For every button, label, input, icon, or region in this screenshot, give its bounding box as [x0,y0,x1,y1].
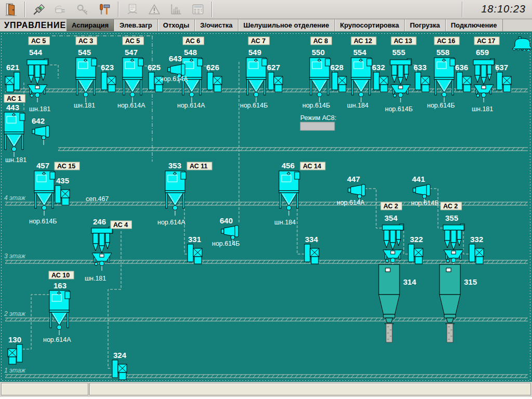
cyclone-163[interactable] [49,290,70,335]
tab-6[interactable]: Крупосортировка [335,19,405,31]
report-hand-icon-button[interactable] [122,1,143,18]
fan-334[interactable] [304,244,319,264]
ac-label-АС3-1[interactable]: АС 3 [76,37,97,45]
ac-label-АС6-3[interactable]: АС 6 [183,37,204,45]
cyclone-549[interactable] [246,58,267,102]
device-number-544: 544 [29,48,43,57]
floor-label-1: 4 этаж [4,194,25,202]
device-sublabel-659: шн.181 [472,105,493,113]
tools-icon-button[interactable] [94,1,115,18]
fan-324[interactable] [112,360,127,380]
battery-cyclone-354[interactable] [382,224,404,268]
cyclone-545[interactable] [76,58,97,102]
fan-626[interactable] [207,72,222,92]
battery-cyclone-659[interactable] [473,59,495,102]
cyclone-547[interactable] [123,58,143,102]
device-number-636: 636 [455,63,468,72]
svg-text:АС 2: АС 2 [383,203,398,210]
ac-label-АС12-6[interactable]: АС 12 [351,37,376,45]
warning-icon-button[interactable] [143,1,165,18]
battery-cyclone-246[interactable] [91,227,113,271]
tab-4[interactable]: З/очистка [195,19,238,31]
tab-1[interactable]: Аспирация [66,19,114,31]
device-number-626: 626 [206,63,219,72]
device-number-550: 550 [312,48,325,57]
battery-cyclone-544[interactable] [27,59,48,102]
ac-label-АС11-12[interactable]: АС 11 [187,162,212,170]
svg-text:АС 3: АС 3 [78,37,93,45]
device-number-642: 642 [32,116,45,125]
fan-621[interactable] [5,72,20,92]
cable-icon-button[interactable] [28,1,50,18]
tank-314[interactable] [379,264,400,342]
cyclone-353[interactable] [165,171,186,216]
ac-label-АС2-14[interactable]: АС 2 [381,202,402,210]
fan-331[interactable] [188,244,202,264]
device-sublabel-441: нор.614Б [411,200,438,207]
device-number-353: 353 [168,161,181,170]
floor-line-6 [5,375,528,378]
fan-623[interactable] [101,72,116,92]
calculator-icon-button[interactable] [187,1,209,18]
fan-636[interactable] [457,72,471,92]
device-number-632: 632 [372,63,385,72]
svg-text:АС 6: АС 6 [185,37,200,45]
cyclone-550[interactable] [310,58,330,102]
exit-door-icon-button[interactable] [0,1,22,18]
ac-label-АС2-15[interactable]: АС 2 [441,202,461,210]
tab-8[interactable]: Подключение [446,19,503,31]
ac-label-АС10-17[interactable]: АС 10 [49,271,74,279]
connector-icon-button[interactable] [50,1,72,18]
device-sublabel-554: шн.184 [347,102,368,109]
tab-3[interactable]: Отходы [158,19,195,31]
svg-text:АС 16: АС 16 [437,37,455,45]
fan-130[interactable] [8,344,22,364]
ac-label-АС13-7[interactable]: АС 13 [391,37,416,45]
ac-label-АС4-16[interactable]: АС 4 [111,221,131,229]
device-number-548: 548 [184,48,197,57]
device-number-447: 447 [347,175,360,183]
device-sublabel-549: нор.614Б [240,102,268,109]
fan-632[interactable] [374,72,388,92]
cyclone-554[interactable] [351,58,372,102]
ac-label-АС7-4[interactable]: АС 7 [248,37,269,45]
clock: 18:10:23 [466,3,532,16]
fan-322[interactable] [408,244,423,264]
ac-label-АС5-0[interactable]: АС 5 [29,37,49,45]
alarm-bell-icon[interactable] [512,37,532,51]
tab-5[interactable]: Шелушильное отделение [238,19,335,31]
device-number-628: 628 [330,63,343,72]
fan-332[interactable] [469,244,484,264]
ac-label-АС5-2[interactable]: АС 5 [123,37,143,45]
ac-label-АС1-10[interactable]: АС 1 [4,95,25,102]
cone-separator-642[interactable] [32,126,49,145]
tab-7[interactable]: Погрузка [405,19,446,31]
rezhim-ac8-input[interactable] [300,122,335,130]
fan-435[interactable] [55,185,70,205]
cyclone-457[interactable] [34,171,55,216]
battery-cyclone-555[interactable] [390,59,411,102]
fan-637[interactable] [497,72,511,92]
floor-label-3: 2 этаж [4,310,25,317]
cyclone-558[interactable] [434,58,455,102]
key-icon-button[interactable] [72,1,94,18]
cyclone-443[interactable] [4,112,25,157]
fan-633[interactable] [415,72,430,92]
battery-cyclone-355[interactable] [443,224,464,268]
tab-2[interactable]: Элев.загр [114,19,158,31]
device-number-627: 627 [267,63,280,72]
chart-icon-button[interactable] [165,1,187,18]
ac-label-АС14-13[interactable]: АС 14 [300,162,325,170]
chart-icon [169,3,183,16]
control-menu-label[interactable]: УПРАВЛЕНИЕ [0,19,66,31]
cyclone-456[interactable] [279,171,300,216]
fan-628[interactable] [332,72,347,92]
ac-label-АС17-9[interactable]: АС 17 [474,37,499,45]
ac-label-АС16-8[interactable]: АС 16 [434,37,459,45]
ac-label-АС8-5[interactable]: АС 8 [311,37,331,45]
device-sublabel-457: нор.614Б [29,218,57,225]
device-number-331: 331 [188,235,201,244]
ac-label-АС15-11[interactable]: АС 15 [55,162,79,170]
fan-627[interactable] [268,72,283,92]
tank-315[interactable] [440,264,460,342]
